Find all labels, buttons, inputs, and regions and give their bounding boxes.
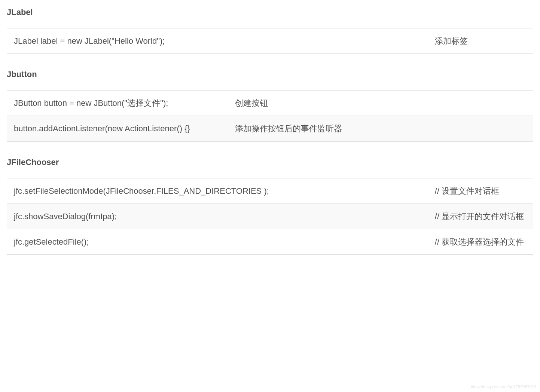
code-cell: JLabel label = new JLabel("Hello World")…	[7, 28, 428, 54]
code-cell: jfc.setFileSelectionMode(JFileChooser.FI…	[7, 178, 428, 203]
desc-cell: // 获取选择器选择的文件	[428, 229, 533, 254]
code-cell: JButton button = new JButton("选择文件");	[7, 91, 228, 116]
code-cell: button.addActionListener(new ActionListe…	[7, 116, 228, 141]
desc-cell: 添加标签	[428, 28, 533, 54]
code-cell: jfc.showSaveDialog(frmIpa);	[7, 203, 428, 229]
table-row: jfc.getSelectedFile(); // 获取选择器选择的文件	[7, 229, 533, 254]
desc-cell: // 设置文件对话框	[428, 178, 533, 203]
desc-cell: // 显示打开的文件对话框	[428, 203, 533, 229]
section-jbutton: Jbutton JButton button = new JButton("选择…	[7, 68, 533, 141]
table-row: JButton button = new JButton("选择文件"); 创建…	[7, 91, 533, 116]
desc-cell: 创建按钮	[228, 91, 533, 116]
section-jlabel: JLabel JLabel label = new JLabel("Hello …	[7, 6, 533, 54]
code-table-jfilechooser: jfc.setFileSelectionMode(JFileChooser.FI…	[7, 178, 533, 255]
table-row: JLabel label = new JLabel("Hello World")…	[7, 28, 533, 54]
section-jfilechooser: JFileChooser jfc.setFileSelectionMode(JF…	[7, 156, 533, 255]
section-heading: JLabel	[7, 6, 533, 18]
section-heading: Jbutton	[7, 68, 533, 80]
section-heading: JFileChooser	[7, 156, 533, 168]
table-row: jfc.showSaveDialog(frmIpa); // 显示打开的文件对话…	[7, 203, 533, 229]
code-table-jbutton: JButton button = new JButton("选择文件"); 创建…	[7, 90, 533, 141]
code-table-jlabel: JLabel label = new JLabel("Hello World")…	[7, 28, 533, 54]
table-row: button.addActionListener(new ActionListe…	[7, 116, 533, 141]
code-cell: jfc.getSelectedFile();	[7, 229, 428, 254]
desc-cell: 添加操作按钮后的事件监听器	[228, 116, 533, 141]
table-row: jfc.setFileSelectionMode(JFileChooser.FI…	[7, 178, 533, 203]
